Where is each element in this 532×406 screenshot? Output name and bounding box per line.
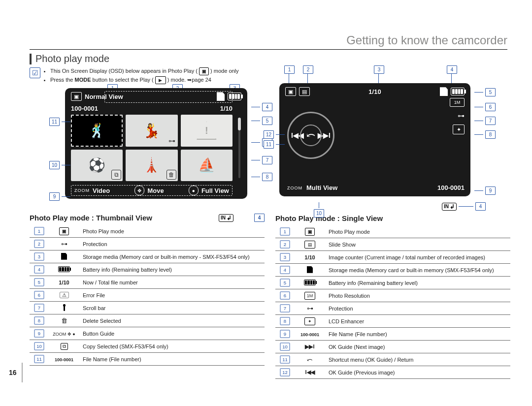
osd-thumbnail-view: ▣ Normal View 100-0001 1/10 🕺 💃⊶ ⚽⧉ bbox=[65, 88, 247, 199]
legend-row: 10⧉Copy Selected (SMX-F53/F54 only) bbox=[30, 340, 265, 353]
legend-num: 6 bbox=[280, 292, 290, 300]
multiview-label: Multi View bbox=[306, 184, 337, 191]
zoom-label: ZOOM bbox=[287, 186, 302, 190]
button-guide-row: ZOOM Video ✥ Move ● Full View bbox=[71, 185, 233, 196]
next-image-icon: ▶▶I bbox=[305, 344, 314, 349]
legend-num: 10 bbox=[34, 343, 44, 350]
legend-num: 2 bbox=[280, 241, 290, 249]
section-title-text: Photo play mode bbox=[35, 53, 109, 64]
file-name: 100-0001 bbox=[437, 184, 465, 191]
thumbnail-item: 🕺 bbox=[71, 115, 123, 147]
file-name: 100-0001 bbox=[71, 105, 98, 112]
legend-text: OK Guide (Previous image) bbox=[326, 366, 510, 379]
play-mode-icon: ▶ bbox=[155, 76, 166, 84]
note-line-1: This On Screen Display (OSD) below appea… bbox=[50, 67, 239, 75]
legend-text: Shortcut menu (OK Guide) / Return bbox=[326, 353, 510, 366]
legend-row: 7Scroll bar bbox=[30, 302, 265, 314]
photo-play-icon: ▣ bbox=[305, 228, 315, 236]
return-icon: ⤺ bbox=[300, 125, 322, 146]
legend-row: 11⤺Shortcut menu (OK Guide) / Return bbox=[275, 353, 510, 366]
photo-play-icon: ▣ bbox=[199, 67, 209, 75]
legend-row: 9ZOOM ✥ ●Button Guide bbox=[30, 327, 265, 340]
legend-row: 9100-0001File Name (File number) bbox=[275, 328, 510, 341]
legend-row: 1▣Photo Play mode bbox=[30, 225, 265, 238]
protection-icon: ⊶ bbox=[61, 240, 67, 248]
legend-num: 5 bbox=[280, 279, 290, 287]
legend-num: 6 bbox=[34, 291, 44, 299]
legend-row: 4Battery info (Remaining battery level) bbox=[30, 263, 265, 276]
legend-num: 11 bbox=[34, 355, 44, 363]
lcd-enhancer-icon: ✦ bbox=[453, 125, 465, 134]
in-badge-icon: IN↲ bbox=[442, 203, 457, 211]
legend-text: Battery info (Remaining battery level) bbox=[326, 277, 510, 289]
legend-num: 11 bbox=[280, 356, 290, 364]
thumbnail-item: 🗼🗑 bbox=[126, 150, 177, 182]
legend-row: 6⚠Error File bbox=[30, 289, 265, 302]
thumbnail-item: 💃⊶ bbox=[126, 115, 177, 147]
legend-text: Delete Selected bbox=[80, 314, 265, 327]
legend-row: 5Battery info (Remaining battery level) bbox=[275, 277, 510, 289]
osd-single-view: ▣ ▤ 1/10 1M ⊶ ✦ I◀◀ ▶▶I ⤺ bbox=[279, 83, 470, 196]
legend-row: 31/10Image counter (Current image / tota… bbox=[275, 251, 510, 264]
section-tick bbox=[30, 54, 32, 64]
legend-row: 1▣Photo Play mode bbox=[275, 225, 510, 238]
legend-row: 61MPhoto Resolution bbox=[275, 289, 510, 302]
legend-text: Photo Play mode bbox=[326, 225, 510, 238]
prev-image-icon: I◀◀ bbox=[305, 369, 314, 375]
legend-text: Image counter (Current image / total num… bbox=[326, 251, 510, 264]
photo-play-icon: ▣ bbox=[59, 227, 69, 235]
storage-icon bbox=[217, 92, 225, 101]
legend-text: Scroll bar bbox=[80, 302, 265, 314]
legend-num: 12 bbox=[280, 369, 290, 376]
page-side-bar bbox=[22, 363, 23, 382]
file-counter: 1/10 bbox=[220, 105, 233, 112]
legend-row: 4Storage media (Memory card or built-in … bbox=[275, 264, 510, 277]
legend-text: Button Guide bbox=[80, 327, 265, 340]
legend-row: 12I◀◀OK Guide (Previous image) bbox=[275, 366, 510, 379]
slideshow-icon: ▤ bbox=[304, 241, 315, 249]
battery-icon bbox=[451, 88, 465, 95]
right-column: 1 2 3 4 ▣ ▤ 1/10 1M ⊶ bbox=[275, 85, 510, 379]
legend-text: Photo Resolution bbox=[326, 289, 510, 302]
battery-icon bbox=[304, 280, 316, 285]
legend-row: 2▤Slide Show bbox=[275, 238, 510, 251]
resolution-icon: 1M bbox=[304, 292, 315, 300]
legend-num: 7 bbox=[34, 304, 44, 312]
zoom-label: ZOOM bbox=[74, 188, 90, 193]
legend-num: 4 bbox=[34, 266, 44, 274]
slideshow-icon: ▤ bbox=[299, 87, 310, 96]
photo-play-icon: ▣ bbox=[285, 87, 296, 96]
legend-num: 10 bbox=[280, 343, 290, 351]
warning-icon: ⚠ bbox=[60, 292, 69, 298]
legend-row: 8🗑Delete Selected bbox=[30, 314, 265, 327]
protection-icon: ⊶ bbox=[307, 305, 313, 312]
legend-text: File Name (File number) bbox=[326, 328, 510, 341]
note-line-2: Press the MODE button to select the Play… bbox=[50, 76, 239, 84]
legend-text: Protection bbox=[80, 238, 265, 250]
legend-row: 7⊶Protection bbox=[275, 302, 510, 315]
counter-icon: 1/10 bbox=[59, 280, 69, 285]
legend-text: File Name (File number) bbox=[80, 353, 265, 366]
storage-icon bbox=[61, 253, 67, 260]
note-row: ☑ This On Screen Display (OSD) below app… bbox=[30, 67, 510, 85]
lcd-enhancer-icon: ✦ bbox=[304, 317, 315, 325]
legend-num: 1 bbox=[280, 228, 290, 236]
legend-text: Protection bbox=[326, 302, 510, 315]
move-icon: ✥ bbox=[134, 186, 144, 195]
two-columns: 1 2 3 ▣ Normal View 100-0001 1/10 bbox=[30, 85, 510, 379]
copy-icon: ⧉ bbox=[111, 170, 121, 180]
legend-text: Now / Total file number bbox=[80, 276, 265, 289]
legend-num: 3 bbox=[280, 253, 290, 261]
legend-text: OK Guide (Next image) bbox=[326, 341, 510, 353]
legend-row: 2⊶Protection bbox=[30, 238, 265, 250]
legend-text: Storage media (Memory card or built-in m… bbox=[80, 250, 265, 263]
legend-num: 9 bbox=[34, 330, 44, 338]
storage-icon bbox=[307, 266, 313, 273]
scrollbar-icon bbox=[64, 304, 65, 311]
legend-num: 8 bbox=[34, 317, 44, 325]
legend-num: 3 bbox=[34, 253, 44, 261]
legend-num: 4 bbox=[280, 266, 290, 274]
legend-num: 7 bbox=[280, 305, 290, 312]
check-icon: ☑ bbox=[30, 67, 40, 78]
return-icon: ⤺ bbox=[307, 356, 313, 364]
